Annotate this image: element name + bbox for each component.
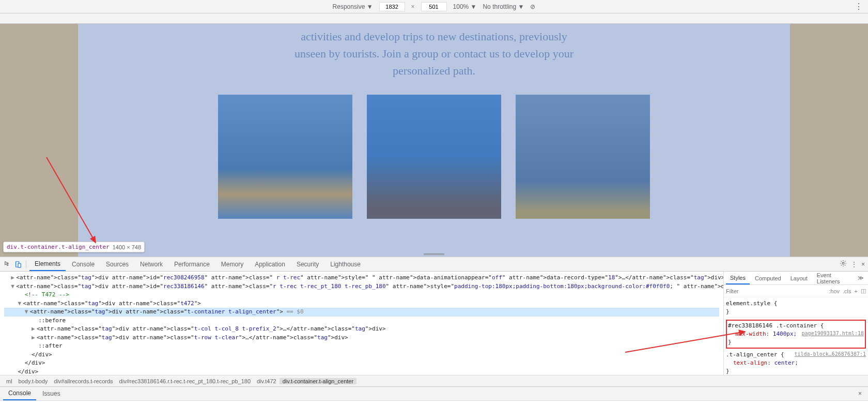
drawer-body[interactable] bbox=[0, 400, 868, 420]
ruler bbox=[0, 13, 868, 24]
styles-pin-icon[interactable]: ◫ bbox=[861, 288, 866, 294]
text-line: unseen by tourists. Join a group or cont… bbox=[295, 47, 574, 60]
tab-performance[interactable]: Performance bbox=[169, 257, 215, 271]
breadcrumb-item[interactable]: body.t-body bbox=[16, 378, 51, 384]
dom-tree-line[interactable]: </div> bbox=[4, 351, 719, 359]
devtools-panel: Elements Console Sources Network Perform… bbox=[0, 257, 868, 386]
new-rule-plus[interactable]: + bbox=[855, 288, 858, 294]
dom-tree-line[interactable]: ▼<attr-name">class="tag">div attr-name">… bbox=[4, 308, 719, 317]
elements-tree[interactable]: ▶<attr-name">class="tag">div attr-name">… bbox=[0, 272, 723, 375]
tab-elements[interactable]: Elements bbox=[29, 257, 66, 271]
device-toolbar: Responsive ▼ × 100% ▼ No throttling ▼ ⊘ … bbox=[0, 0, 868, 13]
breadcrumb-item[interactable]: div#rec338186146.r.t-rec.t-rec_pt_180.t-… bbox=[116, 378, 254, 384]
close-devtools-icon[interactable]: × bbox=[861, 261, 865, 268]
zoom-dropdown[interactable]: 100% ▼ bbox=[453, 3, 477, 10]
cls-toggle[interactable]: .cls bbox=[843, 288, 851, 294]
rotate-icon[interactable]: ⊘ bbox=[530, 3, 535, 10]
image-row bbox=[88, 95, 780, 219]
text-line: personalized path. bbox=[393, 64, 475, 77]
dom-tree-line[interactable]: </div> bbox=[4, 368, 719, 376]
css-rule[interactable]: #rec338186146 .t-container {page19093137… bbox=[726, 320, 866, 349]
breadcrumb-item[interactable]: div.t-container.t-align_center bbox=[280, 378, 357, 384]
devtools-body: ▶<attr-name">class="tag">div attr-name">… bbox=[0, 272, 868, 375]
settings-gear-icon[interactable] bbox=[840, 260, 847, 268]
image-card bbox=[367, 95, 501, 219]
styles-panel: Styles Computed Layout Event Listeners ≫… bbox=[723, 272, 868, 375]
drawer-tab-console[interactable]: Console bbox=[3, 387, 36, 400]
drawer: Console Issues × bbox=[0, 386, 868, 420]
drawer-close-icon[interactable]: × bbox=[855, 390, 865, 397]
dom-tree-line[interactable]: ▶<attr-name">class="tag">div attr-name">… bbox=[4, 325, 719, 334]
dom-tree-line[interactable]: ▼<attr-name">class="tag">div attr-name">… bbox=[4, 299, 719, 308]
dom-tree-line[interactable]: <!-- T472 --> bbox=[4, 291, 719, 299]
more-options-icon[interactable]: ⋮ bbox=[855, 2, 863, 11]
viewport-area: activities and develop trips to new dest… bbox=[0, 24, 868, 257]
styles-tab-layout[interactable]: Layout bbox=[786, 272, 812, 284]
tab-network[interactable]: Network bbox=[135, 257, 168, 271]
page-description: activities and develop trips to new dest… bbox=[88, 24, 780, 95]
resize-handle[interactable] bbox=[424, 253, 444, 256]
hov-toggle[interactable]: :hov bbox=[829, 288, 840, 294]
throttling-dropdown[interactable]: No throttling ▼ bbox=[483, 3, 524, 10]
svg-rect-3 bbox=[18, 263, 21, 267]
image-card bbox=[218, 95, 352, 219]
styles-tab-events[interactable]: Event Listeners bbox=[813, 272, 855, 284]
page-content: activities and develop trips to new dest… bbox=[78, 24, 790, 257]
devtools-tabbar: Elements Console Sources Network Perform… bbox=[0, 257, 868, 272]
dom-tree-line[interactable]: ::before bbox=[4, 317, 719, 325]
dom-tree-line[interactable]: ::after bbox=[4, 342, 719, 351]
styles-filter-row: :hov .cls + ◫ bbox=[724, 285, 868, 297]
svg-point-4 bbox=[842, 262, 844, 264]
viewport-height-input[interactable] bbox=[421, 2, 447, 11]
dom-tree-line[interactable]: ▼<attr-name">class="tag">div attr-name">… bbox=[4, 282, 719, 291]
viewport-width-input[interactable] bbox=[379, 2, 405, 11]
drawer-tab-issues[interactable]: Issues bbox=[37, 387, 66, 400]
toggle-device-icon[interactable] bbox=[13, 260, 23, 269]
page-background: activities and develop trips to new dest… bbox=[0, 24, 868, 257]
dimension-separator: × bbox=[411, 3, 415, 10]
breadcrumb-item[interactable]: div.t472 bbox=[254, 378, 280, 384]
css-rule[interactable]: element.style {} bbox=[726, 299, 866, 318]
tab-console[interactable]: Console bbox=[67, 257, 100, 271]
breadcrumb-item[interactable]: div#allrecords.t-records bbox=[51, 378, 116, 384]
styles-rules[interactable]: element.style {}#rec338186146 .t-contain… bbox=[724, 297, 868, 375]
tooltip-selector: div.t-container.t-align_center bbox=[7, 244, 110, 250]
tab-lighthouse[interactable]: Lighthouse bbox=[325, 257, 366, 271]
more-menu-icon[interactable]: ⋮ bbox=[851, 261, 857, 268]
tab-application[interactable]: Application bbox=[250, 257, 290, 271]
device-mode-dropdown[interactable]: Responsive ▼ bbox=[333, 3, 373, 10]
styles-filter-input[interactable] bbox=[726, 288, 826, 294]
styles-tabs: Styles Computed Layout Event Listeners ≫ bbox=[724, 272, 868, 285]
styles-tab-computed[interactable]: Computed bbox=[751, 272, 785, 284]
tab-memory[interactable]: Memory bbox=[216, 257, 249, 271]
text-line: activities and develop trips to new dest… bbox=[301, 30, 567, 43]
dom-tree-line[interactable]: </div> bbox=[4, 359, 719, 368]
breadcrumb-item[interactable]: ml bbox=[3, 378, 16, 384]
inspect-element-icon[interactable] bbox=[3, 260, 12, 269]
drawer-tabs: Console Issues × bbox=[0, 387, 868, 400]
css-rule[interactable]: .t-align_center {tilda-block…626876387:1… bbox=[726, 351, 866, 375]
dom-tree-line[interactable]: ▶<attr-name">class="tag">div attr-name">… bbox=[4, 334, 719, 342]
tooltip-dimensions: 1400 × 748 bbox=[113, 244, 141, 250]
dom-tree-line[interactable]: ▶<attr-name">class="tag">div attr-name">… bbox=[4, 274, 719, 282]
image-card bbox=[516, 95, 650, 219]
styles-tab-styles[interactable]: Styles bbox=[726, 272, 750, 284]
breadcrumb-bar: mlbody.t-bodydiv#allrecords.t-recordsdiv… bbox=[0, 375, 868, 386]
tab-sources[interactable]: Sources bbox=[101, 257, 134, 271]
styles-tab-more[interactable]: ≫ bbox=[856, 275, 866, 281]
element-tooltip: div.t-container.t-align_center 1400 × 74… bbox=[3, 242, 145, 252]
tab-security[interactable]: Security bbox=[291, 257, 324, 271]
